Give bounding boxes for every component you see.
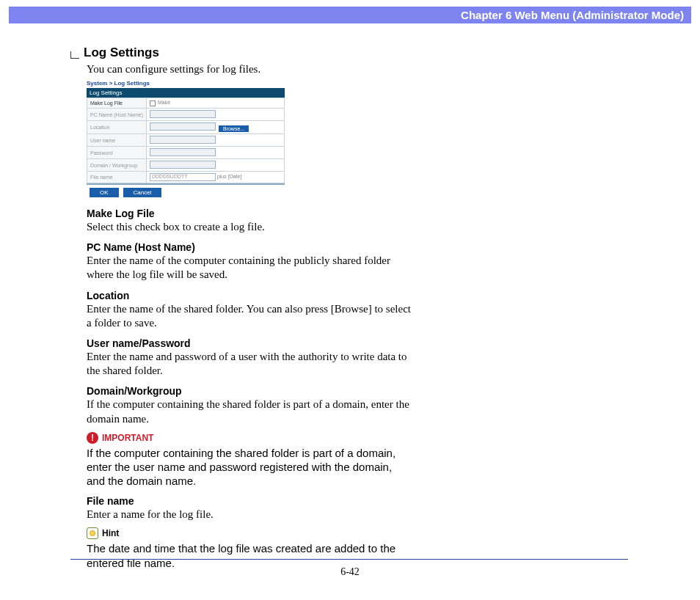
- row-label-password: Password: [87, 147, 147, 159]
- make-checkbox-label: Make: [158, 100, 170, 105]
- hint-label: Hint: [102, 528, 119, 538]
- important-text: If the computer containing the shared fo…: [87, 446, 411, 489]
- panel-title: Log Settings: [87, 88, 285, 98]
- hint-icon: [87, 527, 98, 539]
- field-text-domain: If the computer containing the shared fo…: [87, 398, 411, 425]
- section-title: Log Settings: [84, 45, 159, 60]
- browse-button[interactable]: Browse...: [219, 125, 249, 132]
- field-title-filename: File name: [87, 495, 411, 507]
- field-title-domain: Domain/Workgroup: [87, 385, 411, 397]
- filename-input[interactable]: DDDDSUDDTT: [150, 173, 216, 181]
- row-label-username: User name: [87, 134, 147, 147]
- field-text-filename: Enter a name for the log file.: [87, 508, 411, 522]
- row-label-domain: Domain / Workgroup: [87, 159, 147, 172]
- row-label-filename: File name: [87, 172, 147, 183]
- field-title-pcname: PC Name (Host Name): [87, 241, 411, 253]
- location-input[interactable]: [150, 122, 216, 131]
- ok-button[interactable]: OK: [90, 188, 119, 197]
- field-text-pcname: Enter the name of the computer containin…: [87, 254, 411, 282]
- password-input[interactable]: [150, 148, 216, 156]
- field-title-location: Location: [87, 290, 411, 301]
- row-label-location: Location: [87, 121, 147, 134]
- footer-divider: [70, 559, 628, 560]
- domain-input[interactable]: [150, 161, 216, 169]
- field-text-userpass: Enter the name and password of a user wi…: [87, 350, 411, 378]
- page-number: 6-42: [0, 566, 700, 578]
- section-intro: You can configure settings for log files…: [87, 63, 411, 76]
- field-title-make: Make Log File: [87, 208, 411, 219]
- field-text-make: Select this check box to create a log fi…: [87, 220, 411, 234]
- chapter-header: Chapter 6 Web Menu (Administrator Mode): [9, 7, 691, 23]
- make-checkbox[interactable]: [150, 100, 156, 106]
- row-label-make: Make Log File: [87, 98, 147, 109]
- page-content: Log Settings You can configure settings …: [0, 23, 411, 570]
- settings-screenshot: System > Log Settings Log Settings Make …: [87, 80, 285, 200]
- breadcrumb: System > Log Settings: [87, 80, 285, 87]
- button-bar: OK Cancel: [87, 183, 285, 200]
- pcname-input[interactable]: [150, 110, 216, 118]
- cancel-button[interactable]: Cancel: [123, 188, 162, 197]
- row-label-pcname: PC Name (Host Name): [87, 109, 147, 121]
- field-title-userpass: User name/Password: [87, 337, 411, 349]
- section-bullet-icon: [70, 51, 79, 59]
- filename-suffix: plus [Date]: [217, 174, 241, 179]
- field-text-location: Enter the name of the shared folder. You…: [87, 302, 411, 330]
- important-label: IMPORTANT: [102, 433, 153, 443]
- settings-table: Make Log File Make PC Name (Host Name) L…: [87, 98, 285, 183]
- username-input[interactable]: [150, 136, 216, 144]
- important-icon: !: [87, 432, 98, 444]
